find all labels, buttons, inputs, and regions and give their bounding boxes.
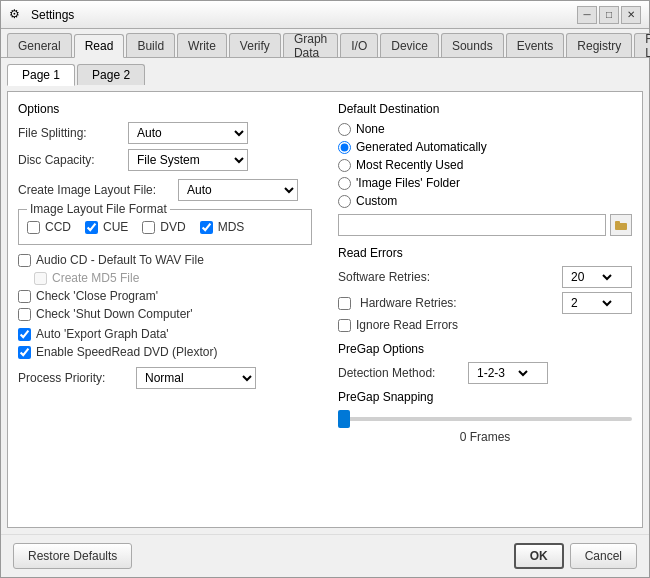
dest-recently-radio[interactable] (338, 159, 351, 172)
restore-defaults-button[interactable]: Restore Defaults (13, 543, 132, 569)
check-close-label[interactable]: Check 'Close Program' (36, 289, 158, 303)
sub-tab-page2[interactable]: Page 2 (77, 64, 145, 85)
cancel-button[interactable]: Cancel (570, 543, 637, 569)
software-retries-dropdown[interactable]: 20 1 5 10 50 (562, 266, 632, 288)
detection-method-dropdown[interactable]: 1-2-3 A B (468, 362, 548, 384)
image-format-group: Image Layout File Format CCD CUE DVD (18, 209, 312, 245)
tab-write[interactable]: Write (177, 33, 227, 57)
create-image-select[interactable]: Auto None Always (179, 180, 297, 200)
tab-graph-data[interactable]: Graph Data (283, 33, 338, 57)
disc-capacity-select[interactable]: File System 650MB 700MB (129, 150, 247, 170)
format-mds-label[interactable]: MDS (218, 220, 245, 234)
enable-speedread-label[interactable]: Enable SpeedRead DVD (Plextor) (36, 345, 217, 359)
create-md5-checkbox[interactable] (34, 272, 47, 285)
tab-events[interactable]: Events (506, 33, 565, 57)
check-shutdown-row: Check 'Shut Down Computer' (18, 307, 312, 321)
bottom-bar: Restore Defaults OK Cancel (1, 534, 649, 577)
read-errors-section: Read Errors Software Retries: 20 1 5 10 … (338, 246, 632, 332)
close-button[interactable]: ✕ (621, 6, 641, 24)
dest-custom-row: Custom (338, 194, 632, 208)
pregap-section: PreGap Options Detection Method: 1-2-3 A… (338, 342, 632, 444)
dest-none-label[interactable]: None (356, 122, 385, 136)
ignore-read-errors-label[interactable]: Ignore Read Errors (356, 318, 458, 332)
maximize-button[interactable]: □ (599, 6, 619, 24)
hardware-retries-checkbox[interactable] (338, 297, 351, 310)
minimize-button[interactable]: ─ (577, 6, 597, 24)
image-format-title: Image Layout File Format (27, 202, 170, 216)
format-cue-row: CUE (85, 220, 128, 234)
title-bar-left: ⚙ Settings (9, 7, 74, 23)
disc-capacity-dropdown[interactable]: File System 650MB 700MB (128, 149, 248, 171)
dest-none-radio[interactable] (338, 123, 351, 136)
detection-method-label: Detection Method: (338, 366, 468, 380)
file-splitting-dropdown[interactable]: Auto None 650MB 700MB (128, 122, 248, 144)
main-tabs-bar: General Read Build Write Verify Graph Da… (1, 29, 649, 58)
format-mds-checkbox[interactable] (200, 221, 213, 234)
svg-rect-1 (615, 221, 620, 224)
hardware-retries-dropdown[interactable]: 2 1 5 10 (562, 292, 632, 314)
tab-device[interactable]: Device (380, 33, 439, 57)
tab-read[interactable]: Read (74, 34, 125, 58)
browse-button[interactable] (610, 214, 632, 236)
hardware-retries-select[interactable]: 2 1 5 10 (563, 293, 615, 313)
format-dvd-label[interactable]: DVD (160, 220, 185, 234)
dest-custom-radio[interactable] (338, 195, 351, 208)
tab-sounds[interactable]: Sounds (441, 33, 504, 57)
file-splitting-select[interactable]: Auto None 650MB 700MB (129, 123, 247, 143)
content-area: Page 1 Page 2 Options File Splitting: Au… (1, 58, 649, 534)
format-ccd-label[interactable]: CCD (45, 220, 71, 234)
dest-generated-label[interactable]: Generated Automatically (356, 140, 487, 154)
tab-general[interactable]: General (7, 33, 72, 57)
tab-build[interactable]: Build (126, 33, 175, 57)
sub-tab-page1[interactable]: Page 1 (7, 64, 75, 86)
tab-io[interactable]: I/O (340, 33, 378, 57)
pregap-slider[interactable] (338, 417, 632, 421)
dest-image-files-label[interactable]: 'Image Files' Folder (356, 176, 460, 190)
format-cue-label[interactable]: CUE (103, 220, 128, 234)
create-md5-label[interactable]: Create MD5 File (52, 271, 139, 285)
custom-path-input[interactable] (338, 214, 606, 236)
software-retries-select[interactable]: 20 1 5 10 50 (563, 267, 615, 287)
ok-button[interactable]: OK (514, 543, 564, 569)
file-splitting-row: File Splitting: Auto None 650MB 700MB (18, 122, 312, 144)
dest-generated-radio[interactable] (338, 141, 351, 154)
ok-cancel-buttons: OK Cancel (514, 543, 637, 569)
check-close-checkbox[interactable] (18, 290, 31, 303)
audio-cd-checkbox[interactable] (18, 254, 31, 267)
process-priority-select[interactable]: Normal Idle Below Normal Above Normal Hi… (137, 368, 255, 388)
destination-radio-group: None Generated Automatically Most Recent… (338, 122, 632, 208)
dest-custom-label[interactable]: Custom (356, 194, 397, 208)
format-ccd-checkbox[interactable] (27, 221, 40, 234)
auto-export-label[interactable]: Auto 'Export Graph Data' (36, 327, 169, 341)
disc-capacity-label: Disc Capacity: (18, 153, 128, 167)
create-image-row: Create Image Layout File: Auto None Alwa… (18, 179, 312, 201)
create-image-dropdown[interactable]: Auto None Always (178, 179, 298, 201)
tab-file-locations[interactable]: File Locations (634, 33, 650, 57)
tab-verify[interactable]: Verify (229, 33, 281, 57)
tab-registry[interactable]: Registry (566, 33, 632, 57)
check-shutdown-checkbox[interactable] (18, 308, 31, 321)
title-buttons: ─ □ ✕ (577, 6, 641, 24)
enable-speedread-row: Enable SpeedRead DVD (Plextor) (18, 345, 312, 359)
folder-icon (615, 220, 627, 230)
ignore-read-errors-checkbox[interactable] (338, 319, 351, 332)
dest-image-files-radio[interactable] (338, 177, 351, 190)
read-errors-title: Read Errors (338, 246, 632, 260)
default-dest-title: Default Destination (338, 102, 632, 116)
pregap-snapping-label: PreGap Snapping (338, 390, 632, 404)
format-dvd-checkbox[interactable] (142, 221, 155, 234)
image-format-checkboxes: CCD CUE DVD MDS (27, 216, 303, 238)
process-priority-dropdown[interactable]: Normal Idle Below Normal Above Normal Hi… (136, 367, 256, 389)
detection-method-select[interactable]: 1-2-3 A B (469, 363, 531, 383)
auto-export-row: Auto 'Export Graph Data' (18, 327, 312, 341)
main-panel: Options File Splitting: Auto None 650MB … (7, 91, 643, 528)
dest-recently-label[interactable]: Most Recently Used (356, 158, 463, 172)
title-bar: ⚙ Settings ─ □ ✕ (1, 1, 649, 29)
check-shutdown-label[interactable]: Check 'Shut Down Computer' (36, 307, 193, 321)
enable-speedread-checkbox[interactable] (18, 346, 31, 359)
format-cue-checkbox[interactable] (85, 221, 98, 234)
window-icon: ⚙ (9, 7, 25, 23)
auto-export-checkbox[interactable] (18, 328, 31, 341)
options-title: Options (18, 102, 312, 116)
audio-cd-label[interactable]: Audio CD - Default To WAV File (36, 253, 204, 267)
